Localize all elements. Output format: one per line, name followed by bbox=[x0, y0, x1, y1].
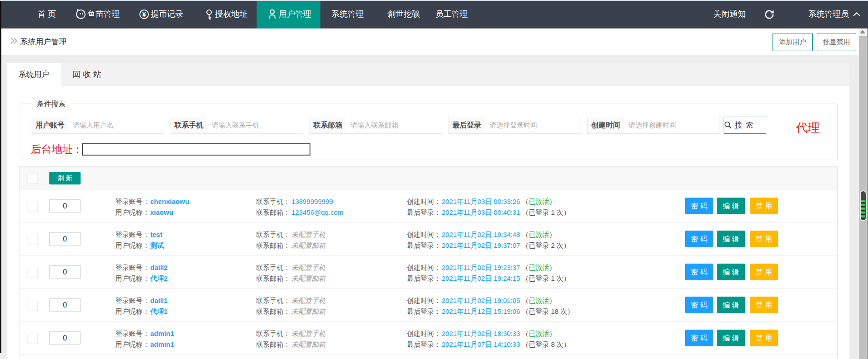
svg-text:¥: ¥ bbox=[143, 11, 146, 18]
